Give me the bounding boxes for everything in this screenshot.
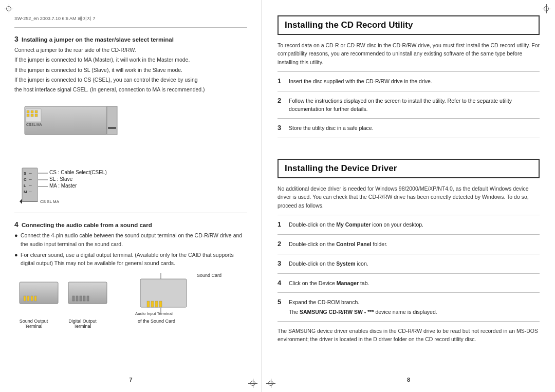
divider-7	[278, 254, 540, 254]
cd-step-2: 2 Follow the instructions displayed on t…	[278, 97, 540, 114]
svg-rect-34	[72, 296, 75, 301]
svg-text:─: ─	[28, 177, 32, 182]
svg-text:L: L	[24, 183, 26, 188]
header-meta: SW-252_en 2003.7.10 6:6 AM 페이지 7	[14, 15, 247, 22]
divider-4	[278, 138, 540, 138]
device-driver-title-box: Installing the Device Driver	[278, 159, 540, 178]
section3-body-0: Connect a jumper to the rear side of the…	[14, 46, 247, 54]
dd-step-5: 5 Expand the CD-ROM branch. The SAMSUNG …	[278, 298, 540, 316]
svg-text:─: ─	[28, 183, 32, 188]
section3-body-2: If the jumper is connected to SL (Slave)…	[14, 66, 247, 74]
svg-text:CS SL MA: CS SL MA	[40, 199, 60, 204]
dd-step-4-content: Click on the Device Manager tab.	[289, 279, 540, 287]
section3-body-4: the host interface signal CSEL. (In gene…	[14, 85, 247, 94]
left-page-number: 7	[129, 377, 132, 383]
cd-step-3: 3 Store the utility disc in a safe place…	[278, 124, 540, 133]
svg-rect-35	[76, 296, 78, 301]
cd-utility-intro: To record data on a CD-R or CD-RW disc i…	[278, 41, 540, 66]
right-page-number: 8	[407, 377, 410, 383]
section4-bullet-0: ● Connect the 4-pin audio cable between …	[14, 231, 247, 250]
svg-rect-1	[107, 106, 117, 135]
page-container: SW-252_en 2003.7.10 6:6 AM 페이지 7 3 Insta…	[0, 0, 555, 392]
cd-step-1: 1 Insert the disc supplied with the CD-R…	[278, 77, 540, 86]
dd-step-1: 1 Double-click on the My Computer icon o…	[278, 220, 540, 229]
divider-2	[278, 91, 540, 91]
svg-text:MA: MA	[36, 123, 42, 126]
crosshair-bottom-right	[248, 379, 257, 388]
svg-rect-7	[27, 110, 29, 113]
divider-9	[278, 292, 540, 293]
dd-step-4: 4 Click on the Device Manager tab.	[278, 279, 540, 288]
divider-8	[278, 273, 540, 274]
section3-body-1: If the jumper is connected to MA (Master…	[14, 55, 247, 64]
svg-rect-29	[24, 296, 26, 301]
svg-text:SL: SL	[31, 123, 36, 126]
divider-1	[278, 71, 540, 72]
spacer	[278, 143, 540, 159]
dd-step-3-content: Double-click on the System icon.	[289, 259, 540, 268]
svg-text:S: S	[24, 171, 27, 176]
right-page: Installing the CD Record Utility To reco…	[262, 0, 555, 392]
audio-cable-diagram: Sound Card	[14, 273, 247, 329]
svg-text:CS: CS	[26, 123, 31, 126]
top-divider	[14, 27, 247, 28]
svg-rect-36	[80, 296, 82, 301]
dd-step-2: 2 Double-click on the Control Panel fold…	[278, 240, 540, 249]
digital-output-label: Digital Output Terminal	[63, 319, 102, 329]
svg-rect-12	[35, 114, 38, 117]
sound-output-label: Sound Output Terminal	[14, 319, 53, 329]
svg-text:─: ─	[28, 190, 32, 194]
dd-step-1-content: Double-click on the My Computer icon on …	[289, 220, 540, 229]
svg-text:M: M	[24, 190, 27, 194]
section3-body-3: If the jumper is connected to CS (CSEL),…	[14, 76, 247, 84]
footer-note: The SAMSUNG device driver enables discs …	[278, 327, 540, 344]
audio-svg: Audio Input Terminal	[14, 273, 230, 316]
svg-rect-41	[147, 301, 150, 307]
section3-heading: 3 Installing a jumper on the master/slav…	[14, 35, 247, 43]
svg-rect-11	[35, 110, 38, 113]
cd-utility-title: Installing the CD Record Utility	[285, 20, 532, 30]
svg-rect-38	[87, 296, 89, 301]
section4-bullet-1: ● For clearer sound, use a digital outpu…	[14, 251, 247, 269]
svg-rect-30	[27, 296, 29, 301]
section4-heading: 4 Connecting the audio cable from a soun…	[14, 220, 247, 229]
svg-text:C: C	[24, 177, 27, 182]
cable-labels: CS : Cable Select(CSEL) SL : Slave MA : …	[49, 169, 107, 189]
svg-rect-32	[34, 296, 36, 301]
divider-5	[278, 215, 540, 215]
svg-rect-2	[108, 127, 116, 129]
crosshair-bottom-left	[266, 379, 275, 388]
svg-rect-10	[31, 114, 33, 117]
mid-divider	[14, 213, 247, 213]
of-sound-card-label: of the Sound Card	[138, 319, 175, 329]
svg-text:─: ─	[28, 171, 32, 176]
crosshair-top-left	[4, 4, 13, 13]
cable-select-diagram: S C L M ─ ─ ─ ─ CS SL MA CS : Cable Sele…	[20, 160, 247, 208]
dd-step-3: 3 Double-click on the System icon.	[278, 259, 540, 268]
left-page: SW-252_en 2003.7.10 6:6 AM 페이지 7 3 Insta…	[0, 0, 262, 392]
svg-rect-9	[31, 110, 33, 113]
svg-rect-31	[31, 296, 33, 301]
terminal-labels: Sound Output Terminal Digital Output Ter…	[14, 319, 247, 329]
jumper-svg: CS SL MA	[20, 99, 138, 155]
svg-text:Audio Input Terminal: Audio Input Terminal	[135, 311, 173, 316]
sound-card-label: Sound Card	[197, 273, 221, 278]
svg-rect-43	[155, 301, 158, 307]
dd-step-2-content: Double-click on the Control Panel folder…	[289, 240, 540, 248]
divider-3	[278, 118, 540, 119]
device-driver-title: Installing the Device Driver	[285, 163, 532, 174]
divider-6	[278, 234, 540, 235]
svg-rect-44	[159, 301, 162, 307]
divider-10	[278, 321, 540, 322]
jumper-diagram: CS SL MA	[20, 99, 247, 156]
dd-step-5-content: Expand the CD-ROM branch. The SAMSUNG CD…	[289, 298, 540, 316]
device-driver-intro: No additional device driver is needed fo…	[278, 184, 540, 210]
svg-rect-8	[27, 114, 29, 117]
svg-rect-37	[83, 296, 85, 301]
crosshair-top-right	[542, 4, 551, 13]
svg-marker-25	[20, 199, 22, 204]
svg-rect-42	[151, 301, 154, 307]
cd-utility-title-box: Installing the CD Record Utility	[278, 15, 540, 35]
